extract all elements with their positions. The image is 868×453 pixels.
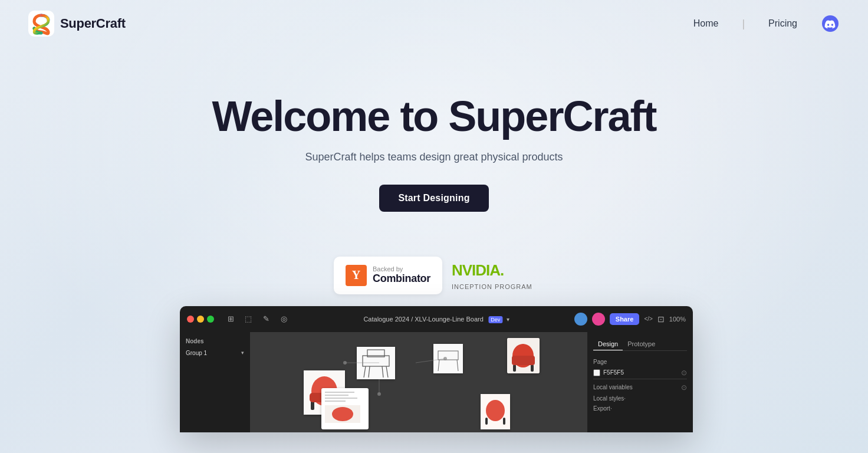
page-label: Page <box>593 359 607 365</box>
move-tool-icon[interactable]: ⊞ <box>222 311 239 327</box>
supercraft-logo-icon <box>28 11 54 37</box>
yc-badge: Y Backed by Combinator <box>334 257 442 294</box>
discord-icon[interactable] <box>821 14 840 33</box>
hero-subtitle: SuperCraft helps teams design great phys… <box>0 151 868 163</box>
pencil-tool-icon[interactable]: ✎ <box>258 311 274 327</box>
start-designing-button[interactable]: Start Designing <box>379 185 488 212</box>
hero-title: Welcome to SuperCraft <box>0 94 868 139</box>
badges-section: Y Backed by Combinator NVIDIA. INCEPTION… <box>0 257 868 294</box>
svg-rect-33 <box>503 418 505 425</box>
nvidia-logo-icon: NVIDIA. <box>452 260 534 281</box>
user-avatar-2 <box>592 313 605 326</box>
group-item[interactable]: Group 1 ▾ <box>186 348 244 358</box>
device-preview-icon[interactable]: ⊡ <box>657 314 665 324</box>
figma-right-panel: Design Prototype Page F5F5F5 ⊙ Local var… <box>587 332 693 432</box>
app-screenshot: ⊞ ⬚ ✎ ◎ Catalogue 2024 / XLV-Lounge-Line… <box>180 306 693 432</box>
prototype-tab[interactable]: Prototype <box>623 338 660 350</box>
nav-divider: | <box>742 18 745 30</box>
local-styles-row: Local styles· <box>593 393 687 403</box>
nodes-label: Nodes <box>186 338 244 344</box>
svg-text:NVIDIA.: NVIDIA. <box>452 261 504 279</box>
yc-name-label: Combinator <box>373 273 430 285</box>
export-row: Export· <box>593 403 687 413</box>
figma-tool-icons: ⊞ ⬚ ✎ ◎ <box>222 311 292 327</box>
svg-point-35 <box>332 407 353 421</box>
svg-point-26 <box>343 361 347 365</box>
nvidia-program-label: INCEPTION PROGRAM <box>452 283 532 290</box>
page-prop-row: Page <box>593 357 687 367</box>
yc-backed-label: Backed by <box>373 265 430 273</box>
svg-rect-17 <box>311 401 314 410</box>
figma-right-toolbar: Share </> ⊡ 100% <box>574 313 686 326</box>
close-dot <box>187 316 194 323</box>
export-label: Export· <box>593 405 612 412</box>
svg-rect-6 <box>531 365 534 372</box>
page-color-swatch <box>593 369 600 376</box>
figma-design-tabs: Design Prototype <box>593 338 687 351</box>
zoom-level[interactable]: 100% <box>669 316 686 323</box>
furniture-card-5 <box>481 394 510 429</box>
nav-links: Home | Pricing <box>693 14 840 33</box>
logo-text: SuperCraft <box>60 16 126 31</box>
canvas-content <box>251 332 587 432</box>
frame-tool-icon[interactable]: ⬚ <box>240 311 257 327</box>
figma-canvas <box>251 332 587 432</box>
figma-body: Nodes Group 1 ▾ <box>180 332 693 432</box>
svg-rect-32 <box>485 418 488 425</box>
furniture-card-1 <box>507 338 540 373</box>
window-controls <box>187 316 214 323</box>
hand-tool-icon[interactable]: ◎ <box>275 311 292 327</box>
svg-point-31 <box>486 400 505 421</box>
furniture-card-2 <box>357 347 395 379</box>
page-color-row: F5F5F5 ⊙ <box>593 367 687 379</box>
design-tab[interactable]: Design <box>593 338 623 350</box>
figma-toolbar: ⊞ ⬚ ✎ ◎ Catalogue 2024 / XLV-Lounge-Line… <box>180 306 693 332</box>
nav-pricing-link[interactable]: Pricing <box>768 18 797 29</box>
svg-rect-5 <box>513 365 516 372</box>
yc-text-block: Backed by Combinator <box>373 265 430 285</box>
yc-logo-icon: Y <box>346 265 367 286</box>
local-vars-row: Local variables ⊙ <box>593 382 687 393</box>
maximize-dot <box>207 316 214 323</box>
svg-rect-7 <box>512 356 535 365</box>
page-color-value: F5F5F5 <box>603 369 624 376</box>
logo-area[interactable]: SuperCraft <box>28 11 126 37</box>
hero-section: Welcome to SuperCraft SuperCraft helps t… <box>0 47 868 235</box>
code-view-icon[interactable]: </> <box>644 316 652 322</box>
navbar: SuperCraft Home | Pricing <box>0 0 868 47</box>
figma-left-panel: Nodes Group 1 ▾ <box>180 332 251 432</box>
user-avatar-1 <box>574 313 587 326</box>
nvidia-badge: NVIDIA. INCEPTION PROGRAM <box>452 260 534 290</box>
furniture-card-spec <box>321 388 369 429</box>
local-vars-settings-icon[interactable]: ⊙ <box>681 383 687 392</box>
furniture-card-4 <box>433 344 463 373</box>
share-button[interactable]: Share <box>610 313 640 325</box>
page-settings-icon[interactable]: ⊙ <box>681 369 687 377</box>
local-vars-label: Local variables <box>593 384 633 390</box>
minimize-dot <box>197 316 204 323</box>
local-styles-label: Local styles· <box>593 395 626 402</box>
nav-home-link[interactable]: Home <box>693 18 719 29</box>
svg-point-28 <box>377 392 381 396</box>
figma-file-title: Catalogue 2024 / XLV-Lounge-Line Board D… <box>363 315 509 323</box>
